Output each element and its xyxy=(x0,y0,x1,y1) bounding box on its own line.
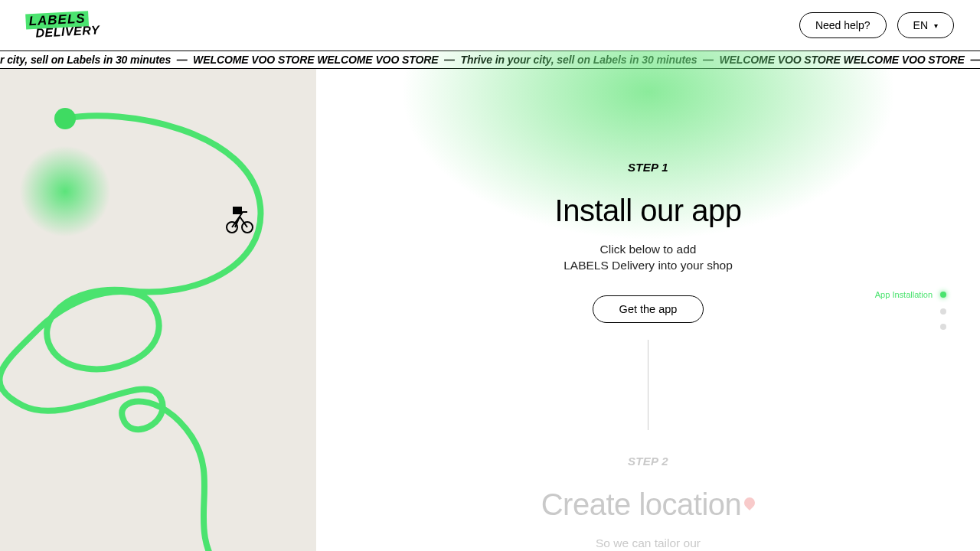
svg-rect-3 xyxy=(234,207,241,214)
header: LABELS DELIVERY Need help? EN ▾ xyxy=(0,0,980,51)
progress-item-1[interactable]: App Installation xyxy=(875,290,946,299)
language-selector[interactable]: EN ▾ xyxy=(897,12,954,38)
progress-dot xyxy=(940,308,946,315)
step-2-description: So we can tailor our service to you xyxy=(316,536,980,551)
progress-label-active: App Installation xyxy=(875,290,933,299)
logo[interactable]: LABELS DELIVERY xyxy=(25,10,100,41)
chevron-down-icon: ▾ xyxy=(934,21,938,30)
step-1-description: Click below to add LABELS Delivery into … xyxy=(316,242,980,274)
progress-dot-active xyxy=(940,292,946,298)
step-1-title: Install our app xyxy=(316,194,980,228)
content-panel: STEP 1 Install our app Click below to ad… xyxy=(316,69,980,551)
get-app-button[interactable]: Get the app xyxy=(593,295,704,323)
step-2-label: STEP 2 xyxy=(316,455,980,468)
step-2-block: STEP 2 Create location So we can tailor … xyxy=(316,455,980,551)
ticker-text: r city, sell on Labels in 30 minutes — W… xyxy=(0,54,980,66)
location-pin-icon xyxy=(744,497,755,511)
step-1-block: STEP 1 Install our app Click below to ad… xyxy=(316,69,980,430)
help-button[interactable]: Need help? xyxy=(799,12,887,38)
ticker-bar: r city, sell on Labels in 30 minutes — W… xyxy=(0,51,980,69)
route-illustration xyxy=(0,69,316,551)
step-connector xyxy=(648,340,648,430)
progress-dot xyxy=(940,324,946,330)
progress-item-2[interactable] xyxy=(940,308,946,315)
get-app-button-label: Get the app xyxy=(619,303,678,315)
illustration-panel xyxy=(0,69,316,551)
progress-indicator: App Installation xyxy=(875,290,946,330)
step-2-title: Create location xyxy=(541,487,756,522)
language-label: EN xyxy=(913,19,928,31)
progress-item-3[interactable] xyxy=(940,324,946,330)
header-actions: Need help? EN ▾ xyxy=(799,12,954,38)
step-1-label: STEP 1 xyxy=(316,161,980,174)
help-button-label: Need help? xyxy=(815,19,871,31)
svg-point-0 xyxy=(54,108,76,129)
